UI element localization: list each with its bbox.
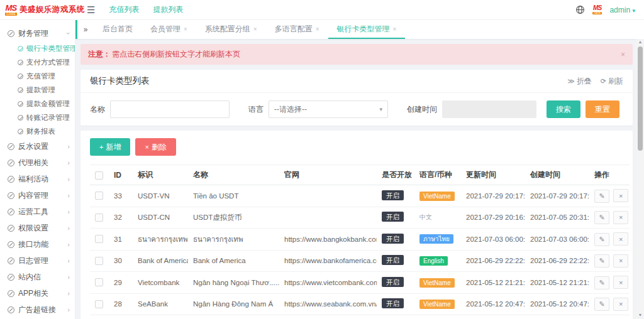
vertical-scrollbar[interactable]: ▲ ▼ — [636, 39, 644, 319]
tab-bankcard-type[interactable]: 银行卡类型管理 × — [328, 20, 406, 39]
tabs-scroll-icon[interactable]: » — [77, 20, 94, 39]
circle-icon — [18, 46, 23, 51]
sidebar-item-permissions[interactable]: 权限设置 › — [0, 220, 75, 236]
sidebar-item-operation-tools[interactable]: 运营工具 › — [0, 203, 75, 220]
scrollbar-thumb[interactable] — [638, 46, 643, 151]
tab-system-config[interactable]: 系统配置分组 × — [196, 20, 266, 39]
delete-row-icon[interactable]: × — [613, 298, 628, 311]
close-icon[interactable]: × — [393, 26, 397, 33]
sidebar-item-agent[interactable]: 代理相关 › — [0, 154, 75, 171]
scroll-down-icon[interactable]: ▼ — [636, 312, 644, 318]
name-label: 名称 — [90, 104, 105, 115]
refresh-icon: ⟳ — [601, 77, 606, 85]
sidebar-item-withdraw-mgmt[interactable]: 提款管理 — [0, 83, 75, 97]
created-time-label: 创建时间 — [407, 104, 437, 115]
language-label: 语言 — [248, 104, 264, 115]
sidebar-item-withdraw-amount[interactable]: 提款金额管理 — [0, 97, 75, 111]
sidebar-item-finance[interactable]: 财务管理 › — [0, 25, 75, 41]
menu-toggle-icon[interactable]: ☰ — [87, 4, 95, 16]
sidebar-item-rebate[interactable]: 反水设置 › — [0, 138, 75, 154]
name-input[interactable] — [110, 100, 230, 118]
sidebar-item-finance-report[interactable]: 财务报表 — [0, 124, 75, 138]
sidebar-item-welfare[interactable]: 福利活动 › — [0, 171, 75, 187]
chevron-right-icon: › — [67, 192, 70, 199]
nav-withdraw-list[interactable]: 提款列表 — [153, 4, 183, 15]
circle-icon — [18, 101, 23, 107]
edit-icon[interactable]: ✎ — [594, 276, 609, 289]
circle-icon — [8, 257, 14, 264]
delete-row-icon[interactable]: × — [613, 211, 628, 224]
table-row: 29 Vietcombank Ngân hàng Ngoại Thươ.....… — [90, 272, 630, 294]
close-icon[interactable]: × — [253, 26, 257, 33]
add-button[interactable]: + 新增 — [90, 138, 130, 156]
sidebar-item-messages[interactable]: 站内信 › — [0, 269, 75, 285]
circle-icon — [8, 192, 14, 199]
close-icon[interactable]: × — [184, 26, 187, 33]
row-checkbox[interactable] — [95, 278, 103, 286]
delete-row-icon[interactable]: × — [613, 189, 628, 202]
bankcard-type-table: ID 标识 名称 官网 是否开放 语言/币种 更新时间 创建时间 操作 33 — [90, 165, 630, 319]
refresh-button[interactable]: ⟳ 刷新 — [601, 76, 623, 87]
globe-icon[interactable] — [575, 5, 585, 14]
sidebar-item-logs[interactable]: 日志管理 › — [0, 252, 75, 269]
close-icon[interactable]: × — [621, 50, 625, 59]
chevron-down-icon: ▾ — [632, 8, 635, 14]
user-menu[interactable]: admin ▾ — [609, 6, 635, 14]
edit-icon[interactable]: ✎ — [594, 190, 609, 203]
card-tools: ≫ 折叠 ⟳ 刷新 — [567, 76, 623, 87]
chevron-right-icon: › — [67, 143, 70, 150]
chevron-right-icon: › — [67, 241, 70, 248]
language-badge: English — [419, 256, 448, 266]
edit-icon[interactable]: ✎ — [594, 298, 609, 311]
delete-row-icon[interactable]: × — [613, 254, 628, 268]
filter-card: 银行卡类型列表 ≫ 折叠 ⟳ 刷新 名称 语言 — [80, 70, 633, 126]
collapse-icon: ≫ — [567, 77, 575, 85]
collapse-button[interactable]: ≫ 折叠 — [567, 76, 592, 87]
select-all-checkbox[interactable] — [95, 171, 103, 180]
created-time-input[interactable] — [442, 100, 536, 118]
table-row: 33 USDT-VN Tiền ảo USDT 开启 VietName 2021… — [90, 185, 630, 207]
language-badge: VietName — [419, 278, 455, 288]
circle-icon — [8, 274, 14, 281]
plus-icon: + — [99, 143, 103, 151]
row-checkbox[interactable] — [95, 257, 103, 265]
sidebar-item-app[interactable]: APP相关 › — [0, 285, 75, 301]
sidebar-item-api[interactable]: 接口功能 › — [0, 236, 75, 252]
tab-bar: » 后台首页 会员管理 × 系统配置分组 × 多语言配置 × 银行卡类型管理 × — [75, 20, 644, 39]
header-nav: 充值列表 提款列表 — [109, 4, 183, 15]
row-checkbox[interactable] — [95, 192, 103, 200]
page-title: 银行卡类型列表 — [90, 75, 150, 87]
edit-icon[interactable]: ✎ — [594, 254, 609, 268]
row-checkbox[interactable] — [95, 214, 103, 222]
edit-icon[interactable]: ✎ — [594, 233, 609, 246]
row-checkbox[interactable] — [95, 235, 103, 243]
row-checkbox[interactable] — [95, 300, 103, 308]
search-button[interactable]: 搜索 — [547, 100, 580, 118]
delete-button[interactable]: × 删除 — [135, 138, 175, 156]
content-scroll-area: 注意： 需点击右侧刷新按钮文字才能刷新本页 × 银行卡类型列表 ≫ 折叠 ⟳ 刷… — [75, 39, 644, 319]
chevron-right-icon: › — [67, 289, 70, 297]
tab-dashboard[interactable]: 后台首页 — [94, 20, 142, 39]
tab-members[interactable]: 会员管理 × — [142, 20, 196, 39]
sidebar-item-bankcard-type[interactable]: 银行卡类型管理 — [0, 41, 75, 55]
sidebar-item-ad-links[interactable]: 广告超链接 › — [0, 301, 75, 318]
language-select[interactable]: --请选择-- ▾ — [269, 100, 388, 118]
language-badge: VietName — [419, 192, 455, 201]
scroll-up-icon[interactable]: ▲ — [636, 39, 644, 45]
sidebar-item-payment-method[interactable]: 支付方式管理 — [0, 55, 75, 69]
col-name: 名称 — [188, 165, 279, 185]
close-icon[interactable]: × — [316, 26, 319, 33]
sidebar-item-content[interactable]: 内容管理 › — [0, 187, 75, 203]
delete-row-icon[interactable]: × — [613, 276, 628, 289]
status-badge: 开启 — [382, 298, 404, 308]
circle-icon — [8, 290, 14, 297]
language-badge: VietName — [419, 300, 455, 309]
delete-row-icon[interactable]: × — [613, 232, 628, 246]
reset-button[interactable]: 重置 — [586, 100, 619, 118]
nav-recharge-list[interactable]: 充值列表 — [109, 4, 139, 15]
sidebar-item-recharge-mgmt[interactable]: 充值管理 — [0, 69, 75, 83]
tab-multilang[interactable]: 多语言配置 × — [266, 20, 328, 39]
chevron-right-icon: › — [67, 257, 70, 264]
sidebar-item-transfer-records[interactable]: 转账记录管理 — [0, 111, 75, 124]
edit-icon[interactable]: ✎ — [594, 211, 609, 224]
